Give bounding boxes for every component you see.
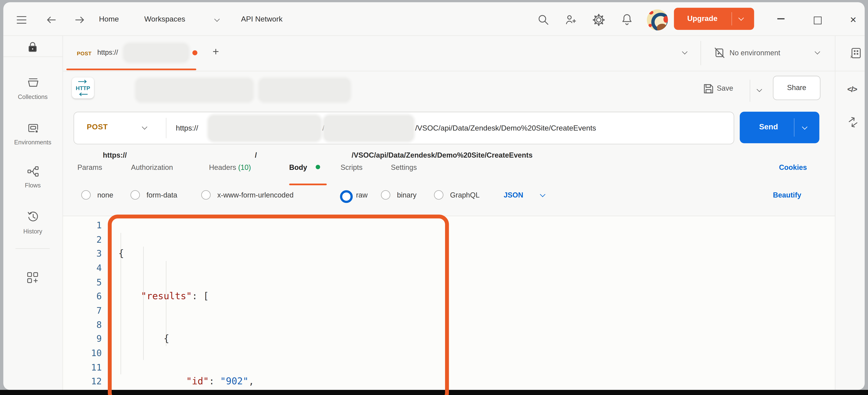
request-header-row: HTTP https:// / /VSOC/api/Data/Zendesk/D… (62, 71, 835, 112)
language-chevron-icon[interactable] (540, 191, 545, 197)
no-environment-icon (713, 47, 725, 59)
url-path: /VSOC/api/Data/Zendesk/Demo%20Site/Creat… (352, 151, 532, 159)
tab-scripts[interactable]: Scripts (341, 163, 363, 172)
request-tab-strip: POST https:// + No environment x (62, 35, 865, 71)
tab-list-chevron-icon[interactable] (682, 49, 687, 55)
avatar[interactable] (647, 9, 668, 30)
radio-form-data[interactable] (130, 190, 140, 200)
tab-body[interactable]: Body (289, 163, 307, 172)
top-navbar: Home Workspaces API Network (3, 2, 865, 36)
divider (750, 80, 750, 102)
builder-path: /VSOC/api/Data/Zendesk/Demo%20Site/Creat… (415, 124, 596, 132)
tab-settings[interactable]: Settings (391, 163, 417, 172)
sidebar-item-label: Collections (3, 93, 62, 100)
method-selector[interactable]: POST (74, 112, 166, 144)
workspace-lock-icon[interactable] (27, 41, 39, 53)
sidebar-item-environments[interactable]: Environments (3, 123, 62, 156)
editor-line-numbers: 12 34 56 78 910 1112 (66, 218, 102, 389)
workspaces-chevron-icon[interactable] (214, 17, 220, 22)
send-chevron-icon[interactable] (802, 124, 808, 130)
save-icon (702, 83, 713, 94)
search-icon[interactable] (537, 14, 550, 26)
hamburger-menu-icon[interactable] (17, 16, 27, 24)
body-modified-dot-icon (316, 165, 320, 169)
method-label: POST (87, 123, 108, 131)
redacted-segment (324, 116, 413, 141)
tab-headers-label: Headers (209, 163, 236, 172)
new-tab-button[interactable]: + (213, 45, 219, 58)
code-snippet-icon[interactable]: </> (847, 85, 857, 93)
settings-gear-icon[interactable] (593, 14, 605, 26)
divider (16, 248, 50, 249)
url-slash: / (255, 151, 257, 159)
radio-x-www-form-urlencoded-label[interactable]: x-www-form-urlencoded (217, 191, 293, 199)
forward-arrow-icon[interactable] (75, 16, 85, 24)
builder-scheme: https:// (176, 124, 198, 132)
radio-form-data-label[interactable]: form-data (147, 191, 177, 199)
postman-app: Home Workspaces API Network (0, 0, 868, 395)
radio-binary-label[interactable]: binary (397, 191, 416, 199)
close-button[interactable]: ✕ (850, 15, 857, 25)
method-chevron-icon (142, 124, 147, 130)
sidebar-item-label: Environments (3, 139, 62, 146)
environment-chevron-icon (814, 49, 820, 55)
url-input[interactable]: https:// / /VSOC/api/Data/Zendesk/Demo%2… (173, 112, 731, 144)
unsaved-dot-icon (192, 50, 197, 55)
svg-text:HTTP: HTTP (75, 85, 90, 91)
right-panel: </> (835, 36, 865, 390)
radio-binary[interactable] (381, 190, 390, 200)
request-tab[interactable]: POST https:// (70, 35, 203, 70)
divider (731, 12, 732, 26)
active-tab-underline (66, 68, 196, 70)
notifications-bell-icon[interactable] (621, 13, 633, 27)
invite-user-icon[interactable] (564, 14, 577, 26)
divider (3, 57, 62, 57)
language-select[interactable]: JSON (504, 191, 523, 199)
back-arrow-icon[interactable] (46, 16, 56, 24)
beautify-link[interactable]: Beautify (773, 191, 801, 199)
nav-api-network[interactable]: API Network (241, 15, 283, 23)
radio-graphql-label[interactable]: GraphQL (450, 191, 479, 199)
redacted-host (137, 79, 252, 101)
nav-workspaces[interactable]: Workspaces (144, 15, 185, 23)
minimize-button[interactable] (777, 13, 787, 19)
related-requests-icon[interactable] (847, 116, 859, 128)
radio-none[interactable] (81, 190, 91, 200)
sidebar-item-collections[interactable]: Collections (3, 78, 62, 111)
url-builder: POST https:// / /VSOC/api/Data/Zendesk/D… (73, 112, 734, 144)
radio-graphql[interactable] (434, 190, 443, 200)
divider (166, 118, 166, 138)
environment-label: No environment (730, 49, 780, 57)
environment-selector[interactable]: No environment (709, 35, 836, 70)
share-button[interactable]: Share (773, 76, 820, 100)
sidebar-item-flows[interactable]: Flows (3, 166, 62, 199)
sidebar-item-label: History (3, 228, 62, 235)
http-badge-icon: HTTP (72, 78, 94, 98)
radio-raw-label[interactable]: raw (356, 191, 368, 199)
configure-sidebar-icon[interactable] (27, 272, 39, 284)
divider (701, 41, 701, 65)
save-button[interactable]: Save (699, 75, 760, 107)
tab-params[interactable]: Params (78, 163, 102, 172)
active-request-tab-underline (289, 184, 327, 185)
upgrade-button[interactable]: Upgrade (674, 8, 754, 30)
radio-x-www-form-urlencoded[interactable] (201, 190, 211, 200)
radio-none-label[interactable]: none (97, 191, 113, 199)
send-button[interactable]: Send (740, 112, 819, 143)
cookies-link[interactable]: Cookies (779, 163, 807, 172)
sidebar-item-label: Flows (3, 182, 62, 189)
tab-authorization[interactable]: Authorization (131, 163, 173, 172)
send-label: Send (759, 122, 778, 131)
maximize-button[interactable] (814, 17, 822, 24)
left-sidebar: Collections Environments Flows History (3, 36, 63, 390)
redacted-tab-text (124, 44, 188, 61)
nav-home[interactable]: Home (99, 15, 119, 23)
tab-headers[interactable]: Headers (10) (209, 163, 251, 172)
upgrade-chevron-icon[interactable] (739, 15, 744, 21)
sidebar-item-history[interactable]: History (3, 211, 62, 244)
redacted-host (209, 116, 320, 141)
collections-icon (27, 78, 39, 89)
tab-url-label: https:// (97, 49, 118, 56)
radio-raw[interactable] (340, 190, 353, 203)
annotation-highlight-box (108, 214, 449, 395)
